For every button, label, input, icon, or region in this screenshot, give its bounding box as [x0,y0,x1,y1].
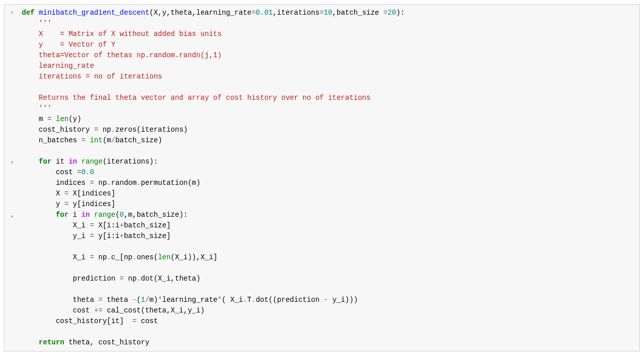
fold-marker-icon[interactable]: ▾ [11,157,14,168]
fold-marker-icon[interactable]: ▾ [11,212,14,222]
code-cell: ▾▾▾ def minibatch_gradient_descent(X,y,t… [4,4,640,351]
code-content[interactable]: def minibatch_gradient_descent(X,y,theta… [22,8,635,348]
fold-marker-icon[interactable]: ▾ [11,8,14,18]
fold-gutter: ▾▾▾ [5,5,20,351]
code-editor[interactable]: def minibatch_gradient_descent(X,y,theta… [20,5,639,351]
